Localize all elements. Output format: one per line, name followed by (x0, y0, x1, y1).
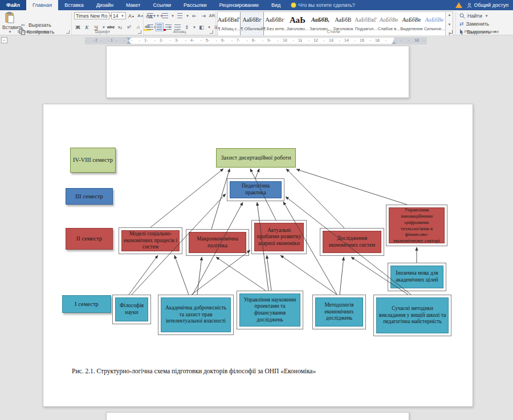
gallery-up-icon[interactable]: ▲ (448, 13, 451, 17)
styles-gallery-scroll[interactable]: ▲ ▼ ⊽ (446, 11, 453, 38)
multilevel-list-button[interactable] (176, 12, 184, 19)
lightbulb-icon (291, 3, 296, 7)
node-modern-teaching-methods[interactable]: Сучасні методики викладання у вищій школ… (373, 295, 451, 336)
legend-sem-2: II семестр (66, 228, 113, 250)
decrease-indent-button[interactable]: ⇤ (191, 12, 198, 19)
tab-Главная[interactable]: Главная (26, 0, 58, 10)
word-window: ФайлГлавнаяВставкаДизайнМакетСсылкиРассы… (0, 0, 513, 420)
share-button[interactable]: Общий доступ (467, 2, 508, 8)
editing-group-label: Редактирование (456, 29, 507, 34)
node-socioeconomic-models[interactable]: Моделі соціально-економічних процесів і … (119, 227, 182, 254)
style-item[interactable]: АаБбВг¶ Обычный (241, 12, 263, 37)
styles-dialog-launcher[interactable] (449, 30, 453, 34)
search-icon (459, 13, 465, 19)
legend-sem-1: I семестр (62, 295, 111, 313)
grow-font-button[interactable]: А▲ (128, 12, 135, 19)
ruler-bar[interactable]: 211234567891011121314151618 (85, 38, 426, 44)
shading-button[interactable]: ◧ (198, 23, 205, 31)
tellme-label: Что вы хотите сделать? (298, 2, 355, 8)
style-item[interactable]: АаБбВг¶ Без инте... (263, 12, 286, 37)
tab-Рецензирование[interactable]: Рецензирование (213, 0, 266, 10)
bold-button[interactable]: Ж (74, 23, 82, 31)
find-button[interactable]: Найти▼ (459, 13, 488, 19)
warning-icon[interactable] (455, 2, 462, 8)
style-item[interactable]: АаБбВвСильное... (423, 12, 446, 37)
tab-stop-selector[interactable]: ⌐ (1, 37, 7, 43)
tab-Рассылки[interactable]: Рассылки (177, 0, 213, 10)
style-item[interactable]: АаБбВвВыделение (400, 12, 423, 37)
font-group-label: Шрифт (85, 29, 120, 34)
increase-indent-button[interactable]: ⇥ (200, 12, 207, 19)
font-dialog-launcher[interactable] (138, 30, 141, 34)
numbering-button[interactable] (161, 12, 169, 19)
tab-Дизайн[interactable]: Дизайн (90, 0, 120, 10)
hanging-indent-marker[interactable] (127, 41, 131, 44)
node-pedagogical-practice[interactable]: Педагогічна практика (227, 178, 284, 201)
ruler-zone: ⌐ 211234567891011121314151618 (0, 35, 513, 46)
tab-Файл[interactable]: Файл (0, 0, 26, 10)
ribbon-tabs: ФайлГлавнаяВставкаДизайнМакетСсылкиРассы… (0, 0, 287, 10)
ribbon: Вставить ▼ ✂ Вырезать Копировать Формат … (0, 10, 513, 35)
node-economic-research-methodology[interactable]: Методологія економічних досліджень (312, 295, 366, 329)
legend-sem-4-8: IV-VIII семестр (70, 148, 116, 173)
right-indent-marker[interactable] (392, 41, 396, 44)
cut-button[interactable]: ✂ Вырезать (19, 22, 51, 28)
replace-icon: ⇄ (459, 21, 464, 27)
font-family-combobox[interactable]: Times New Ro▼ (74, 12, 109, 19)
style-item[interactable]: АаБбВвГг,¶ Абзац с... (218, 12, 241, 37)
clipboard-group-label: Буфер обмена (10, 29, 56, 34)
tab-Ссылки[interactable]: Ссылки (146, 0, 177, 10)
node-foreign-language[interactable]: Іноземна мова для академічних цілей (388, 263, 446, 291)
node-thesis-defense[interactable]: Захист дисертаційної роботи (216, 148, 296, 168)
first-line-indent-marker[interactable] (127, 38, 131, 40)
page-next[interactable] (106, 412, 409, 420)
node-philosophy-of-science[interactable]: Філософія науки (112, 295, 151, 324)
document-canvas[interactable]: IV-VIII семестр III семестр II семестр I… (0, 46, 513, 420)
tab-Вставка[interactable]: Вставка (58, 0, 89, 10)
node-academic-integrity[interactable]: Академічна доброчесність та захист прав … (158, 295, 234, 335)
style-item[interactable]: АаБбВвГПодзагол... (355, 12, 377, 37)
tellme-box[interactable]: Что вы хотите сделать? (287, 0, 355, 10)
node-macroeconomic-policy[interactable]: Макроекономічна політика (186, 229, 249, 256)
style-item[interactable]: АаБбВвСлабое в... (377, 12, 400, 37)
clipboard-dialog-launcher[interactable] (66, 30, 70, 34)
scissors-icon: ✂ (19, 21, 27, 28)
gallery-down-icon[interactable]: ▼ (448, 23, 451, 26)
node-innovative-digital-technologies[interactable]: Управління інноваційними цифровими техно… (386, 205, 447, 246)
bullets-button[interactable] (146, 12, 154, 19)
legend-sem-3: III семестр (66, 188, 113, 205)
tab-Макет[interactable]: Макет (120, 0, 146, 10)
paragraph-group-label: Абзац (162, 29, 197, 34)
paragraph-dialog-launcher[interactable] (210, 30, 213, 34)
node-economic-systems-research[interactable]: Дослідження економічних систем (320, 228, 384, 256)
node-research-project-management[interactable]: Управління науковими проектами та фінанс… (237, 291, 303, 329)
paste-clipboard-icon (5, 12, 15, 23)
replace-button[interactable]: ⇄ Заменить (459, 21, 489, 27)
ribbon-tab-bar: ФайлГлавнаяВставкаДизайнМакетСсылкиРассы… (0, 0, 513, 10)
figure-caption: Рис. 2.1. Структурно-логічна схема підго… (72, 368, 425, 374)
page-diagram[interactable]: IV-VIII семестр III семестр II семестр I… (43, 104, 473, 407)
styles-group-label: Стили (316, 29, 351, 34)
page-previous[interactable] (106, 46, 409, 98)
node-agrarian-economy-problems[interactable]: Актуальні проблеми розвитку агарної екон… (251, 220, 307, 254)
font-size-combobox[interactable]: 14▼ (111, 12, 126, 19)
tab-Вид[interactable]: Вид (265, 0, 287, 10)
person-icon (467, 3, 472, 8)
align-left-button[interactable] (146, 23, 154, 31)
style-item[interactable]: АаЬЗаголово... (286, 12, 309, 37)
superscript-button[interactable]: х² (125, 23, 133, 31)
